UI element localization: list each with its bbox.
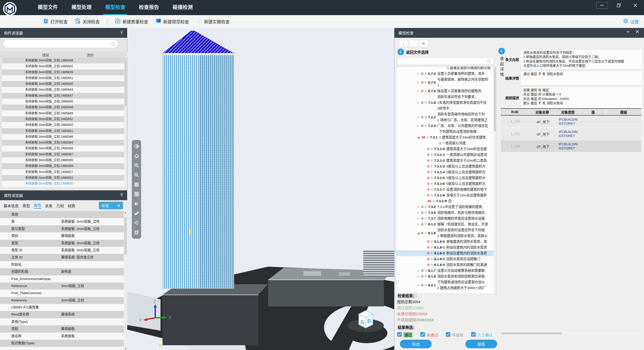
property-tab[interactable]: 类型 [22,203,30,208]
tree-expand-icon[interactable]: ▷ [417,116,421,119]
property-row[interactable]: Pset_PlateCommon [0,290,124,297]
property-tab[interactable]: 属性 [34,202,41,209]
3d-viewport[interactable]: 右 后 [127,28,394,350]
scroll-up-icon[interactable]: ▲ [124,211,127,214]
new-model-check-button[interactable]: 新建实模检查 [196,18,230,25]
rule-tree-row[interactable]: ▷ 0 0 7.2.4 厂房、仓库、公共建筑的外墙应在 [396,123,496,129]
measure-icon[interactable] [134,210,140,216]
shading-icon[interactable] [134,201,140,207]
rule-tree-row[interactable]: ◢ 49 4 7.3.1 下列建筑应设置消防电梯： 1 建筑高度大于33m的住宅… [396,129,496,146]
component-list-item[interactable]: 系统嵌板:3mm铝板_立柱:2485840 [2,81,124,87]
component-list-scrollbar[interactable] [124,58,127,187]
scrollbar-thumb[interactable] [494,67,496,131]
main-tab[interactable]: 模型文件 [38,0,58,15]
rule-tree-row[interactable]: ▷ 0 0 6.7.5 与基层墙体、装饰层之间无空腔的 1 ... [396,77,496,88]
rule-tree-row[interactable]: ▷ 0 0 8.1.8 消防水泵房和消防控制室应采取 [396,273,496,279]
property-row[interactable]: 族 系统嵌板: 3mm铝板_立柱 [0,218,124,225]
close-check-button[interactable]: 关闭检查 [75,18,100,25]
filter-option[interactable]: 人工确认 [471,332,493,338]
rule-tree-row[interactable]: 0 0 7.3.1-4 5层及以上且总建筑面积大 [396,169,496,175]
close-button[interactable] [630,2,641,8]
pin-icon[interactable] [120,30,124,36]
cells-icon[interactable] [134,191,140,197]
checkbox-checked-icon[interactable] [446,332,451,338]
cell-ifcid[interactable]: 1_226 [501,116,530,127]
property-row[interactable]: 类型 ID 系统嵌板: 3mm铝板_立柱 [0,247,124,254]
property-row[interactable]: 类型 系统嵌板: 3mm铝板_立柱 [0,240,124,247]
property-row[interactable]: Reference 3mm铝板_立柱 [0,283,124,290]
rule-tree-row[interactable]: ▷ 0 0 7.3.7 消防电梯的井底应设置排水设施 [396,216,496,221]
grid-icon[interactable] [134,182,140,188]
nav-back-button[interactable]: ‹ [399,40,408,47]
export-button[interactable]: 导出 [400,340,432,348]
property-row[interactable]: Revit类名称 幕墙系统 [0,311,124,318]
rule-tree-row[interactable]: 0 0 7.3.1-3 5层及以上且总建筑面积大 [396,163,496,169]
tree-expand-icon[interactable]: ◢ [417,136,421,139]
table-header-cell[interactable]: 值 [581,109,606,115]
main-tab[interactable]: 模型检查 [105,0,125,15]
save-button[interactable]: 保存 [465,340,497,348]
rule-tree-row[interactable]: ▷ 0 0 8.1.2 城镇（包括居住区、商业区、开发 [396,221,496,227]
filter-option[interactable]: 未通过 [420,332,438,338]
language-dropdown[interactable]: 中文 ▼ [99,202,123,209]
component-list-item[interactable]: 系统嵌板:3mm铝板_立柱:2488927 [2,169,124,175]
pin-icon[interactable] [120,193,124,198]
tree-expand-icon[interactable]: ▷ [417,269,421,272]
table-header-cell[interactable]: IfcID [501,109,530,115]
rule-tree-row[interactable]: 0 0 7.3.1-2 建筑高度大于32m的二类高 [396,158,496,163]
collapse-details-label[interactable]: 收起详情 [499,57,504,78]
table-header-cell[interactable]: 对象名称 [530,109,556,115]
component-list-item[interactable]: 系统嵌板:3mm铝板_立柱:2485845 [2,99,124,104]
rule-tree-row[interactable]: ▷ 0 0 8.2.1 下列建筑或场所应设置室内消火 1 建筑占地面积大于300… [396,279,496,291]
collapse-details-icon[interactable] [498,48,505,54]
rule-tree-row[interactable]: 0 0 7.3.1-1 一类高层公共建筑应设置消 [396,152,496,158]
property-tab[interactable]: 关系 [45,203,53,208]
property-row[interactable]: 标识数据(Type) [0,340,124,347]
property-row[interactable]: 族名称 系统嵌板 [0,333,124,340]
component-list-item[interactable]: 系统嵌板:3mm铝板_立柱:2485847 [2,93,124,99]
cell-ifcid[interactable]: 1_238 [501,140,530,152]
property-row[interactable]: 类别 幕墙嵌板 [0,325,124,332]
filter-option[interactable]: 不适用 [446,332,463,338]
property-row[interactable]: 其他(Type) [0,318,124,325]
back-to-file-select[interactable]: 返回文件选择 [397,49,429,55]
scrollbar-thumb[interactable] [124,217,127,255]
property-row[interactable]: 族与类型 系统嵌板: 3mm铝板_立柱 [0,225,124,232]
component-list-item[interactable]: 系统嵌板:3mm铝板_立柱:2485851 [2,128,124,134]
tree-expand-icon[interactable]: ▷ [417,284,421,287]
component-list-item[interactable]: 系统嵌板:3mm铝板_立柱:2488365 [2,157,124,163]
property-row[interactable]: 阶段化 [0,261,124,268]
new-code-check-button[interactable]: 新建规范检查 [156,18,189,25]
rule-tree-row[interactable]: 0 0 7.3.1-8 深埋大于10m且总建筑面积 [396,192,496,198]
tree-expand-icon[interactable]: ▷ [417,72,421,75]
scrollbar-thumb[interactable] [125,58,127,106]
component-list-item[interactable]: 系统嵌板:3mm铝板_立柱:2485846 [2,104,124,110]
rule-tree-row[interactable]: 4 0 7.3.1-7 设置消防电梯的建筑的地下 [396,187,496,192]
property-row[interactable]: CBIMS-IFC属性集 [0,304,124,311]
rule-tree-row[interactable]: ▷ 0 0 7.1.8 消防车道应符合下列要求： 1车道的净宽度和净空高度均不应… [396,94,496,111]
component-search-input[interactable] [3,40,118,48]
property-row[interactable]: Pset_EnvironmentalImpac [0,275,124,283]
section-icon[interactable] [134,220,140,226]
table-row[interactable]: 1_231 -3F_地下 IFCBUILDINGSTOREY [501,128,641,140]
rule-tree-row[interactable]: 0 0 7.3.1-0 建筑高度大于33m的住宅建 [396,146,496,152]
tree-expand-icon[interactable]: ▷ [417,205,421,208]
refresh-button[interactable]: ↻ [419,40,428,47]
scroll-down-icon[interactable]: ▼ [124,347,127,350]
component-list-item[interactable]: 系统嵌板:3mm铝板_立柱:2485841 [2,75,124,81]
component-list-item[interactable]: 系统嵌板:3mm铝板_立柱:2488369 [2,163,124,169]
box-icon[interactable] [134,229,140,235]
component-list-item[interactable]: 系统嵌板:3mm铝板_立柱:2485839 [2,69,124,75]
component-list-item[interactable]: 系统嵌板:3mm铝板_立柱:2485849 [2,111,124,116]
property-row[interactable]: Reference 3mm铝板_立柱 [0,297,124,304]
open-check-button[interactable]: 打开检查 [43,18,68,25]
component-list-item[interactable]: 系统嵌板:3mm铝板_立柱:2485852 [2,116,124,122]
rule-tree-row[interactable]: ▷ 0 0 7.2.2 消防车登高操作场地应符合下列 1 场地与厂房、仓库、民用… [396,111,496,123]
rule-tree-row[interactable]: 0 0 8.1.6-4 消防水泵房的疏散门应直通 [396,262,496,268]
tree-expand-icon[interactable]: ▷ [417,101,421,104]
nav-forward-button[interactable]: › [409,40,418,47]
component-list-item[interactable]: 系统嵌板:3mm铝板_立柱:2488931 [2,175,124,181]
orbit-icon[interactable] [134,143,140,149]
tree-expand-icon[interactable]: ▷ [417,217,421,220]
tree-expand-icon[interactable]: ▷ [417,223,421,226]
